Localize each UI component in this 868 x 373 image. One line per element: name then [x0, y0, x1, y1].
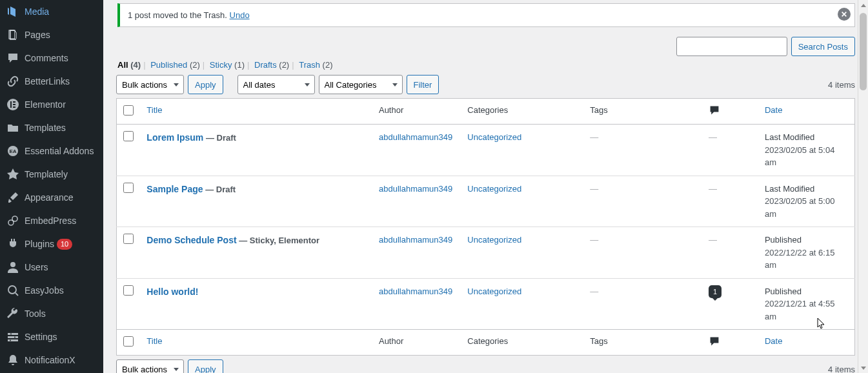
plugin-icon [6, 237, 19, 250]
post-status-filters: All (4)| Published (2)| Sticky (1)| Draf… [117, 60, 855, 70]
sidebar-item-tools[interactable]: Tools [0, 302, 103, 325]
category-filter-select[interactable]: All Categories [319, 75, 403, 94]
comments-icon [6, 52, 19, 65]
filter-drafts[interactable]: Drafts (2) [254, 60, 289, 70]
author-link[interactable]: abdullahmamun349 [379, 235, 452, 245]
items-count-top: 4 items [828, 80, 855, 90]
category-link[interactable]: Uncategorized [467, 132, 521, 142]
svg-rect-12 [8, 333, 18, 335]
sidebar-item-essential-addons[interactable]: EAEssential Addons [0, 139, 103, 163]
apply-button-top[interactable]: Apply [188, 75, 223, 94]
post-title-link[interactable]: Lorem Ipsum [146, 132, 203, 143]
select-all-bottom[interactable] [123, 336, 134, 347]
date-time: 2022/12/22 at 6:15 am [765, 248, 834, 270]
sidebar-item-plugins[interactable]: Plugins10 [0, 232, 103, 256]
sidebar-item-templates[interactable]: Templates [0, 116, 103, 139]
sidebar-item-label: EmbedPress [25, 216, 76, 226]
category-link[interactable]: Uncategorized [467, 287, 521, 296]
table-row: Lorem Ipsum — Draftabdullahmamun349Uncat… [117, 125, 855, 176]
search-row: Search Posts [116, 37, 855, 56]
category-link[interactable]: Uncategorized [467, 235, 521, 245]
tags-value: — [590, 132, 598, 142]
window-scrollbar[interactable] [858, 0, 868, 373]
sidebar-item-label: Settings [25, 332, 57, 342]
search-posts-button[interactable]: Search Posts [791, 37, 855, 56]
sort-title-foot[interactable]: Title [146, 336, 162, 346]
search-input[interactable] [676, 37, 787, 56]
admin-sidebar: Media Pages Comments BetterLinks Element… [0, 0, 103, 373]
category-link[interactable]: Uncategorized [467, 184, 521, 194]
filter-trash[interactable]: Trash (2) [299, 60, 332, 70]
filter-published[interactable]: Published (2) [150, 60, 200, 70]
scroll-thumb[interactable] [860, 13, 867, 90]
svg-rect-14 [8, 339, 18, 341]
embed-icon [6, 214, 19, 227]
sidebar-item-appearance[interactable]: Appearance [0, 186, 103, 209]
sidebar-item-label: Users [25, 262, 48, 272]
post-title-link[interactable]: Hello world! [146, 287, 198, 297]
sort-date-foot[interactable]: Date [765, 336, 782, 346]
row-checkbox[interactable] [123, 285, 134, 296]
sidebar-item-users[interactable]: Users [0, 256, 103, 279]
svg-rect-5 [13, 106, 15, 108]
apply-button-bottom[interactable]: Apply [188, 359, 223, 373]
comments-icon-foot[interactable] [709, 336, 720, 348]
comments-icon[interactable] [709, 105, 720, 117]
select-all-top[interactable] [123, 105, 134, 116]
sidebar-item-embedpress[interactable]: EmbedPress [0, 209, 103, 232]
notificationx-icon [6, 354, 19, 367]
tags-value: — [590, 235, 598, 245]
plugins-update-badge: 10 [57, 239, 72, 250]
date-time: 2023/02/05 at 5:04 am [765, 145, 834, 168]
sidebar-item-elementor[interactable]: Elementor [0, 93, 103, 116]
row-checkbox[interactable] [123, 234, 134, 244]
filter-button[interactable]: Filter [407, 75, 439, 94]
scroll-down-arrow[interactable] [858, 363, 868, 373]
sort-date[interactable]: Date [765, 105, 782, 115]
scroll-up-arrow[interactable] [858, 0, 868, 10]
date-status: Published [765, 235, 802, 245]
svg-point-9 [12, 216, 17, 221]
comments-count[interactable]: 1 [709, 285, 722, 299]
trash-notice: 1 post moved to the Trash. Undo [117, 3, 855, 27]
filter-all[interactable]: All (4) [117, 60, 141, 70]
sidebar-item-comments[interactable]: Comments [0, 46, 103, 70]
table-row: Hello world!abdullahmamun349Uncategorize… [117, 278, 855, 330]
settings-icon [6, 330, 19, 343]
col-categories-footer: Categories [461, 330, 583, 356]
sidebar-item-betterlinks[interactable]: BetterLinks [0, 70, 103, 93]
sidebar-item-settings[interactable]: Settings [0, 325, 103, 348]
tags-value: — [590, 184, 598, 194]
row-checkbox[interactable] [123, 183, 134, 193]
sidebar-item-label: Essential Addons [25, 146, 94, 156]
sidebar-item-media[interactable]: Media [0, 0, 103, 23]
col-tags-footer: Tags [583, 330, 702, 356]
sidebar-item-easyjobs[interactable]: EasyJobs [0, 279, 103, 302]
col-author-header: Author [372, 99, 461, 125]
filter-sticky[interactable]: Sticky (1) [210, 60, 245, 70]
row-checkbox[interactable] [123, 131, 134, 141]
dismiss-notice-button[interactable] [838, 8, 851, 21]
bulk-actions-select-top[interactable]: Bulk actions [116, 75, 184, 94]
table-row: Demo Schedule Post — Sticky, Elementorab… [117, 227, 855, 279]
elementor-icon [6, 98, 19, 111]
easyjobs-icon [6, 284, 19, 297]
date-filter-select[interactable]: All dates [237, 75, 315, 94]
date-status: Last Modified [765, 184, 814, 194]
author-link[interactable]: abdullahmamun349 [379, 132, 452, 142]
author-link[interactable]: abdullahmamun349 [379, 287, 452, 296]
svg-point-17 [10, 340, 11, 341]
sidebar-item-notificationx[interactable]: NotificationX [0, 348, 103, 372]
table-row: Sample Page — Draftabdullahmamun349Uncat… [117, 176, 855, 227]
post-title-link[interactable]: Demo Schedule Post [146, 235, 236, 245]
sort-title[interactable]: Title [146, 105, 162, 115]
author-link[interactable]: abdullahmamun349 [379, 184, 452, 194]
sidebar-item-label: Elementor [25, 99, 66, 110]
svg-rect-13 [8, 336, 18, 338]
sidebar-item-templately[interactable]: Templately [0, 163, 103, 186]
post-title-link[interactable]: Sample Page [146, 184, 203, 194]
bulk-actions-select-bottom[interactable]: Bulk actions [116, 359, 184, 373]
media-icon [6, 5, 19, 18]
sidebar-item-pages[interactable]: Pages [0, 23, 103, 46]
undo-link[interactable]: Undo [230, 10, 250, 20]
